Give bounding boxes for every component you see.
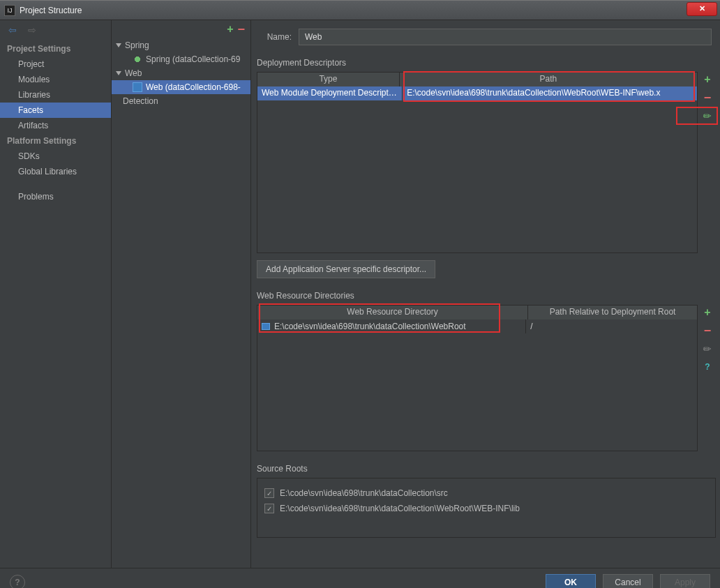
sidebar-item-global-libraries[interactable]: Global Libraries (0, 164, 111, 179)
remove-wrd-button[interactable]: − (701, 324, 714, 337)
cell-type[interactable]: Web Module Deployment Descript… (257, 86, 403, 100)
apply-button[interactable]: Apply (660, 574, 710, 589)
facets-tree: + − Spring Spring (dataCollection-69 Web… (112, 20, 251, 568)
cell-path[interactable]: E:\code\svn\idea\698\trunk\dataCollectio… (403, 86, 697, 100)
spring-icon (133, 54, 142, 64)
remove-facet-icon[interactable]: − (237, 22, 245, 37)
add-wrd-button[interactable]: + (701, 306, 714, 319)
remove-descriptor-button[interactable]: − (701, 91, 714, 104)
col-wrd[interactable]: Web Resource Directory (257, 306, 528, 319)
section-project-settings: Project Settings (0, 41, 111, 56)
close-button[interactable]: ✕ (687, 2, 717, 16)
deploy-descriptors-table[interactable]: Type Path Web Module Deployment Descript… (257, 72, 698, 253)
sidebar-item-project[interactable]: Project (0, 56, 111, 72)
ok-button[interactable]: OK (546, 574, 596, 589)
cell-wrd-path[interactable]: E:\code\svn\idea\698\trunk\dataCollectio… (257, 319, 526, 333)
col-type[interactable]: Type (257, 73, 400, 86)
expand-icon[interactable] (116, 43, 121, 47)
app-icon: IJ (4, 5, 15, 16)
tree-node-spring[interactable]: Spring (112, 38, 250, 52)
titlebar: IJ Project Structure ✕ (0, 0, 720, 20)
cancel-button[interactable]: Cancel (603, 574, 653, 589)
main-content: Name: Deployment Descriptors Type Path W… (251, 20, 720, 568)
sidebar-item-modules[interactable]: Modules (0, 72, 111, 87)
expand-icon[interactable] (116, 71, 121, 75)
deploy-descriptors-title: Deployment Descriptors (257, 58, 716, 68)
help-wrd-button[interactable]: ? (701, 361, 714, 373)
section-platform-settings: Platform Settings (0, 133, 111, 149)
add-app-server-descriptor-button[interactable]: Add Application Server specific descript… (257, 260, 435, 278)
dialog-title: Project Structure (20, 6, 82, 15)
source-root-row[interactable]: ✓ E:\code\svn\idea\698\trunk\dataCollect… (264, 501, 708, 516)
sidebar-item-facets[interactable]: Facets (0, 103, 111, 118)
col-path[interactable]: Path (400, 73, 697, 86)
cell-deploy-path[interactable]: / (526, 319, 697, 333)
tree-node-spring-module[interactable]: Spring (dataCollection-69 (112, 52, 250, 66)
source-root-path: E:\code\svn\idea\698\trunk\dataCollectio… (280, 504, 520, 513)
name-label: Name: (257, 32, 292, 42)
tree-node-detection[interactable]: Detection (112, 94, 250, 108)
folder-icon (262, 323, 270, 330)
back-icon[interactable]: ⇦ (8, 24, 17, 36)
dialog-button-bar: ? OK Cancel Apply (0, 568, 720, 588)
tree-node-web-module[interactable]: Web (dataCollection-698- (112, 80, 250, 94)
edit-descriptor-button[interactable]: ✎ (701, 110, 714, 122)
checkbox-icon[interactable]: ✓ (264, 504, 274, 513)
checkbox-icon[interactable]: ✓ (264, 488, 274, 498)
help-button[interactable]: ? (10, 575, 25, 589)
sidebar-item-problems[interactable]: Problems (0, 189, 111, 204)
sidebar-item-libraries[interactable]: Libraries (0, 87, 111, 103)
source-root-row[interactable]: ✓ E:\code\svn\idea\698\trunk\dataCollect… (264, 485, 708, 501)
add-facet-icon[interactable]: + (227, 23, 233, 36)
forward-icon[interactable]: ⇨ (28, 24, 36, 36)
web-resource-dirs-table[interactable]: Web Resource Directory Path Relative to … (257, 305, 698, 451)
sidebar-item-sdks[interactable]: SDKs (0, 149, 111, 164)
name-input[interactable] (299, 29, 712, 45)
tree-node-web[interactable]: Web (112, 66, 250, 80)
source-root-path: E:\code\svn\idea\698\trunk\dataCollectio… (280, 488, 448, 498)
web-resource-dirs-title: Web Resource Directories (257, 291, 716, 301)
source-roots-box: ✓ E:\code\svn\idea\698\trunk\dataCollect… (257, 478, 716, 538)
sidebar-item-artifacts[interactable]: Artifacts (0, 118, 111, 133)
source-roots-title: Source Roots (257, 464, 716, 474)
web-icon (133, 82, 142, 92)
col-deploy-root[interactable]: Path Relative to Deployment Root (528, 306, 697, 319)
edit-wrd-button[interactable]: ✎ (701, 342, 714, 355)
add-descriptor-button[interactable]: + (701, 73, 714, 86)
settings-sidebar: ⇦ ⇨ Project Settings Project Modules Lib… (0, 20, 112, 568)
